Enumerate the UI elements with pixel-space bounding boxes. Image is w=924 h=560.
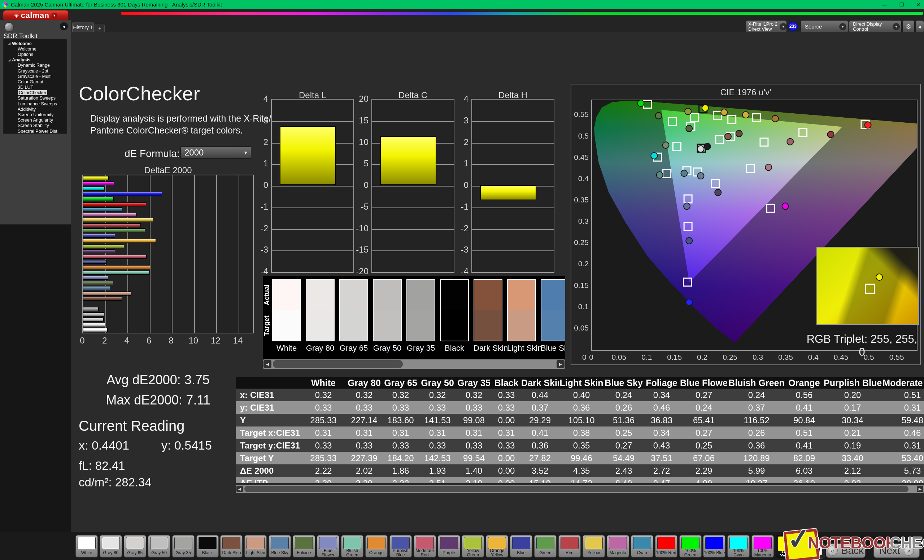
collapse-right-panel-button[interactable]: ◀ (915, 20, 924, 33)
actual-swatch (374, 280, 401, 310)
sidebar-item-welcome[interactable]: Welcome (3, 46, 67, 52)
patch-button-green[interactable]: Green (534, 535, 556, 557)
patch-button-light-skin[interactable]: Light Skin (244, 535, 267, 557)
strip-scrollbar[interactable]: ◀ ▶ (263, 359, 565, 369)
patch-color-chip (174, 537, 192, 549)
cie-title: CIE 1976 u'v' (572, 87, 920, 97)
patch-button-blue-flower[interactable]: Blue Flower (317, 535, 339, 557)
patch-button-cyan[interactable]: Cyan (631, 535, 653, 557)
logo-menu-chevron-icon: ▼ (52, 13, 57, 18)
current-reading-title: Current Reading (79, 418, 185, 434)
sidebar-item-spectral-power-dist-[interactable]: Spectral Power Dist. (3, 129, 67, 133)
patch-button-dark-skin[interactable]: Dark Skin (220, 535, 243, 557)
sidebar-item-colorchecker[interactable]: ColorChecker (3, 90, 67, 96)
patch-button-blue[interactable]: Blue (510, 535, 532, 557)
patch-button-100-cyan[interactable]: 100% Cyan (727, 535, 750, 557)
patch-button-white[interactable]: White (75, 535, 98, 557)
patch-button-100-magenta[interactable]: 100% Magenta (752, 535, 774, 557)
patch-button-orange[interactable]: Orange (365, 535, 388, 557)
display-control-dropdown[interactable]: Direct Display Control ▼ (849, 20, 902, 33)
table-scrollbar[interactable]: ◀ ▶ (236, 485, 924, 493)
table-cell: 184.20 (382, 452, 419, 464)
table-cell: 0.33 (492, 439, 521, 452)
patch-button-black[interactable]: Black (196, 535, 219, 557)
patch-color-chip (512, 537, 530, 549)
patch-button-red[interactable]: Red (558, 535, 581, 557)
grid-line (372, 121, 454, 122)
sidebar-item-screen-uniformity[interactable]: Screen Uniformity (3, 112, 67, 117)
sidebar-item-grayscale-multi[interactable]: Grayscale - Multi (3, 73, 67, 79)
collapse-sidebar-button[interactable]: ◀ (60, 22, 68, 30)
patch-button-yellow-green[interactable]: Yellow Green (462, 535, 484, 557)
calman-logo-text: calman (21, 11, 50, 20)
table-scroll-thumb[interactable] (244, 486, 909, 492)
strip-scroll-thumb[interactable] (273, 360, 403, 368)
grid-line (194, 175, 195, 333)
sidebar-item-dynamic-range[interactable]: Dynamic Range (3, 63, 67, 68)
patch-button-purple[interactable]: Purple (438, 535, 460, 557)
calman-logo-menu[interactable]: ◈ calman ▼ (3, 10, 69, 21)
next-button[interactable]: Next » (873, 544, 920, 558)
de-formula-select[interactable]: 2000 ▼ (180, 147, 251, 159)
column-header-gray-80: Gray 80 (346, 377, 382, 389)
deltae-tick-14: 14 (231, 335, 245, 346)
add-history-tab-button[interactable]: + (94, 24, 105, 32)
patch-button-gray-35[interactable]: Gray 35 (172, 535, 195, 557)
patch-button-100-green[interactable]: 100% Green (679, 535, 702, 557)
strip-scroll-right-icon[interactable]: ▶ (556, 360, 564, 368)
sidebar-item-grayscale-2pt[interactable]: Grayscale - 2pt (3, 68, 67, 73)
cie-x-tick: 0.1 (637, 353, 657, 362)
back-label: Back (842, 545, 864, 556)
patch-button-moderate-red[interactable]: Moderate Red (414, 535, 436, 557)
expand-icon: ◢ (8, 42, 10, 45)
reading-fl: fL: 82.41 (79, 459, 125, 473)
meter-line2: Direct View (748, 26, 772, 32)
minimize-button[interactable]: — (882, 2, 887, 7)
table-row: Y285.33227.14183.60141.5399.080.0029.291… (236, 414, 924, 427)
sidebar-item-screen-angularity[interactable]: Screen Angularity (3, 118, 67, 123)
patch-button-gray-50[interactable]: Gray 50 (148, 535, 170, 557)
tree-section-analysis[interactable]: ◢Analysis (3, 57, 67, 63)
patch-button-magenta[interactable]: Magenta (607, 535, 629, 557)
sidebar-item-options[interactable]: Options (3, 52, 67, 57)
sidebar-item-screen-stability[interactable]: Screen Stability (3, 123, 67, 129)
sidebar-item-additivity[interactable]: Additivity (3, 106, 67, 112)
grid-line (128, 175, 128, 333)
patch-button-foliage[interactable]: Foliage (293, 535, 315, 557)
table-scroll-left-icon[interactable]: ◀ (236, 486, 243, 492)
close-button[interactable]: ✕ (916, 2, 920, 7)
patch-button-purplish-blue[interactable]: Purplish Blue (390, 535, 412, 557)
settings-button[interactable]: ⚙ (902, 20, 915, 33)
patch-button-yellow[interactable]: Yellow (582, 535, 605, 557)
patch-button-100-red[interactable]: 100% Red (655, 535, 678, 557)
patch-comparison-strip: ActualTargetWhiteGray 80Gray 65Gray 50Gr… (263, 276, 565, 368)
grid-line (272, 121, 353, 122)
back-button[interactable]: « Back (826, 544, 866, 558)
patch-color-chip (729, 537, 747, 549)
source-dropdown[interactable]: Source ▼ (801, 20, 848, 33)
patch-button-100-blue[interactable]: 100% Blue (703, 535, 726, 557)
patch-button-gray-80[interactable]: Gray 80 (100, 535, 122, 557)
patch-button-100-yellow[interactable]: 100% Yellow (776, 535, 798, 557)
sidebar-item-color-gamut[interactable]: Color Gamut (3, 79, 67, 84)
deltae-bar-moderate-red (83, 255, 147, 259)
sidebar-item-3d-lut[interactable]: 3D LUT (3, 85, 67, 90)
sidebar-item-saturation-sweeps[interactable]: Saturation Sweeps (3, 96, 67, 101)
tree-section-welcome[interactable]: ◢Welcome (3, 41, 67, 46)
pattern-window-toggle-button[interactable] (809, 543, 825, 559)
meter-count-badge[interactable]: 233 (788, 22, 798, 31)
table-scroll-right-icon[interactable]: ▶ (917, 486, 923, 492)
table-cell: 2.39 (301, 477, 346, 483)
sidebar-item-luminance-sweeps[interactable]: Luminance Sweeps (3, 101, 67, 106)
patch-button-gray-65[interactable]: Gray 65 (124, 535, 146, 557)
restore-button[interactable]: ❐ (900, 2, 904, 7)
patch-button-blue-sky[interactable]: Blue Sky (268, 535, 291, 557)
patch-button-orange-yellow[interactable]: Orange Yellow (486, 535, 508, 557)
meter-dropdown[interactable]: X-Rite i1Pro 2 Direct View ▼ (746, 20, 787, 33)
record-button[interactable] (4, 22, 14, 32)
strip-scroll-left-icon[interactable]: ◀ (264, 360, 272, 368)
patch-color-chip (464, 537, 482, 549)
target-swatch (374, 310, 401, 341)
patch-button-bluish-green[interactable]: Bluish Green (341, 535, 363, 557)
tab-history-1[interactable]: History 1 (72, 22, 94, 32)
